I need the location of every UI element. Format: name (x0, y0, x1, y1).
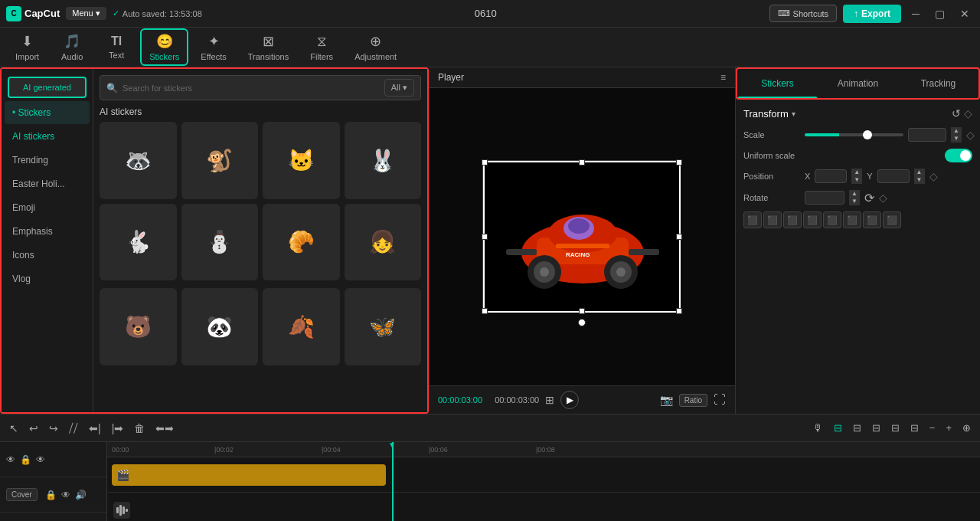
split-button[interactable]: ⧸⧸ (66, 420, 81, 436)
sticker-cell-10[interactable]: 🍂 (263, 288, 340, 365)
scale-slider[interactable] (805, 133, 903, 136)
rotate-mirror-button[interactable]: ⟳ (864, 191, 874, 205)
zoom-out-button[interactable]: − (926, 421, 939, 435)
timeline-view-3[interactable]: ⊟ (869, 421, 884, 435)
tab-tracking[interactable]: Tracking (898, 69, 978, 98)
handle-rotate[interactable] (578, 319, 586, 326)
pos-x-up[interactable]: ▲ (851, 169, 862, 176)
microphone-button[interactable]: 🎙 (810, 421, 826, 435)
player-menu-icon[interactable]: ≡ (720, 72, 726, 83)
rotate-up[interactable]: ▲ (849, 190, 860, 198)
timeline-view-1[interactable]: ⊟ (831, 421, 845, 435)
sidebar-item-emphasis[interactable]: Emphasis (5, 220, 90, 243)
scale-down-button[interactable]: ▼ (951, 135, 962, 143)
align-right-button[interactable]: ⬛ (783, 211, 802, 228)
sticker-cell-0[interactable]: 🦝 (100, 122, 177, 199)
sticker-cell-6[interactable]: 🥐 (263, 204, 340, 281)
fit-timeline-button[interactable]: ⊕ (959, 421, 974, 435)
trim-right-button[interactable]: |➡ (109, 421, 127, 436)
mirror-button[interactable]: ⬅➡ (152, 421, 177, 436)
sticker-cell-5[interactable]: ⛄ (181, 204, 259, 281)
handle-left-mid[interactable] (482, 234, 488, 240)
cover-button[interactable]: Cover (6, 488, 38, 501)
align-distribute-h-button[interactable]: ⬛ (863, 211, 881, 228)
sidebar-item-ai-stickers[interactable]: AI stickers (5, 125, 90, 148)
grid-view-button[interactable]: ⊞ (545, 394, 554, 406)
align-left-button[interactable]: ⬛ (743, 211, 762, 228)
video-clip[interactable]: 🎬 (112, 464, 386, 486)
reset-button[interactable]: ↺ (952, 107, 961, 120)
align-center-v-button[interactable]: ⬛ (823, 211, 841, 228)
handle-top-right[interactable] (676, 159, 682, 165)
handle-top-left[interactable] (482, 159, 488, 165)
close-button[interactable]: ✕ (956, 8, 974, 20)
uniform-scale-toggle[interactable] (945, 149, 972, 162)
export-button[interactable]: ↑ Export (843, 5, 901, 23)
align-center-h-button[interactable]: ⬛ (763, 211, 782, 228)
toolbar-filters[interactable]: ⧖ Filters (301, 29, 342, 66)
toolbar-stickers[interactable]: 😊 Stickers (140, 28, 188, 66)
undo-button[interactable]: ↩ (26, 421, 41, 436)
rotate-down[interactable]: ▼ (849, 198, 860, 205)
sticker-cell-9[interactable]: 🐼 (181, 288, 259, 365)
sticker-cell-7[interactable]: 👧 (345, 204, 422, 281)
handle-right-mid[interactable] (676, 234, 682, 240)
toolbar-import[interactable]: ⬇ Import (6, 28, 48, 66)
sticker-cell-1[interactable]: 🐒 (181, 122, 259, 199)
tab-animation[interactable]: Animation (818, 69, 898, 98)
minimize-button[interactable]: ─ (907, 8, 924, 20)
scale-up-button[interactable]: ▲ (951, 127, 962, 135)
sticker-cell-2[interactable]: 🐱 (263, 122, 340, 199)
ratio-button[interactable]: Ratio (679, 394, 707, 407)
scale-value-input[interactable]: 65% (908, 128, 946, 142)
select-tool-button[interactable]: ↖ (6, 421, 21, 436)
handle-bottom-left[interactable] (482, 308, 488, 314)
position-x-input[interactable]: 0 (815, 169, 847, 183)
sidebar-item-vlog[interactable]: Vlog (5, 267, 90, 290)
fullscreen-button[interactable]: ⛶ (714, 393, 726, 407)
align-bottom-button[interactable]: ⬛ (843, 211, 861, 228)
zoom-in-button[interactable]: + (942, 421, 955, 435)
sidebar-ai-generated[interactable]: AI generated (8, 77, 87, 98)
toolbar-transitions[interactable]: ⊠ Transitions (239, 28, 298, 66)
shortcuts-button[interactable]: ⌨ Shortcuts (769, 5, 837, 22)
play-button[interactable]: ▶ (560, 391, 579, 409)
tab-stickers[interactable]: Stickers (737, 69, 818, 98)
handle-bottom-right[interactable] (676, 308, 682, 314)
menu-button[interactable]: Menu ▾ (66, 7, 106, 20)
pos-x-down[interactable]: ▼ (851, 176, 862, 184)
position-y-input[interactable]: 0 (877, 169, 910, 183)
handle-top-mid[interactable] (579, 159, 585, 165)
sidebar-item-emoji[interactable]: Emoji (5, 196, 90, 219)
sticker-cell-11[interactable]: 🦋 (345, 288, 422, 365)
trim-left-button[interactable]: ⬅| (86, 421, 104, 436)
redo-button[interactable]: ↪ (46, 421, 61, 436)
sidebar-item-trending[interactable]: Trending (5, 149, 90, 172)
timeline-view-2[interactable]: ⊟ (850, 421, 864, 435)
search-input[interactable] (122, 84, 380, 93)
scale-keyframe-button[interactable]: ◇ (966, 129, 975, 141)
maximize-button[interactable]: ▢ (930, 8, 949, 20)
delete-button[interactable]: 🗑 (131, 421, 148, 436)
all-filter-button[interactable]: All ▾ (384, 79, 414, 97)
sidebar-item-icons[interactable]: Icons (5, 244, 90, 267)
sidebar-item-easter[interactable]: Easter Holi... (5, 172, 90, 195)
rotate-value-input[interactable]: 0° (805, 191, 844, 205)
align-distribute-v-button[interactable]: ⬛ (883, 211, 901, 228)
sidebar-item-stickers[interactable]: • Stickers (5, 101, 90, 124)
toolbar-text[interactable]: TI Text (96, 30, 137, 64)
rotate-keyframe-button[interactable]: ◇ (879, 192, 887, 204)
timeline-view-4[interactable]: ⊟ (888, 421, 903, 435)
toolbar-audio[interactable]: 🎵 Audio (51, 28, 93, 66)
timeline-view-5[interactable]: ⊟ (907, 421, 922, 435)
sticker-cell-8[interactable]: 🐻 (100, 288, 177, 365)
screenshot-button[interactable]: 📷 (660, 394, 673, 406)
sticker-cell-3[interactable]: 🐰 (345, 122, 422, 199)
toolbar-effects[interactable]: ✦ Effects (191, 28, 235, 66)
handle-bottom-mid[interactable] (579, 308, 585, 314)
align-top-button[interactable]: ⬛ (803, 211, 822, 228)
pos-y-down[interactable]: ▼ (914, 176, 925, 184)
playhead[interactable] (392, 442, 394, 521)
pos-y-up[interactable]: ▲ (914, 169, 925, 176)
position-keyframe-button[interactable]: ◇ (929, 170, 938, 182)
